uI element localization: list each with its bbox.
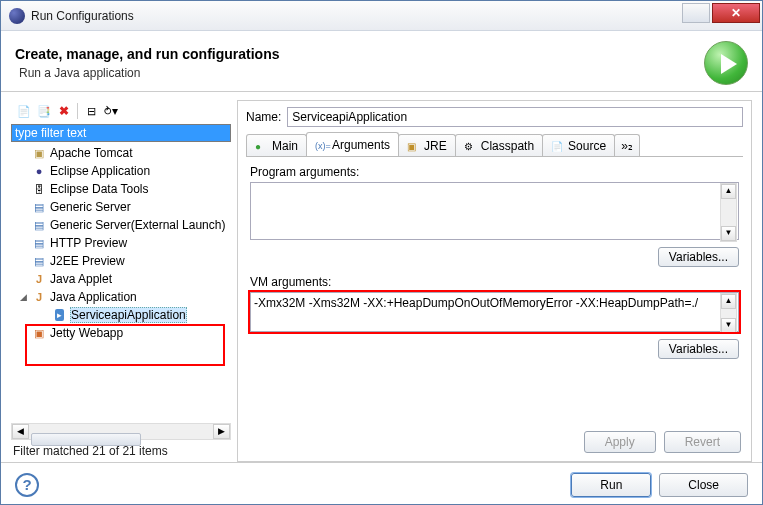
header-subtitle: Run a Java application bbox=[19, 66, 280, 80]
tree-item-generic-server[interactable]: Generic Server bbox=[11, 198, 231, 216]
tree-item-eclipse-data-tools[interactable]: Eclipse Data Tools bbox=[11, 180, 231, 198]
tree-item-serviceapi-application[interactable]: ServiceapiApplication bbox=[11, 306, 231, 324]
tab-overflow[interactable]: »₂ bbox=[614, 134, 640, 156]
name-input[interactable] bbox=[287, 107, 743, 127]
header-title: Create, manage, and run configurations bbox=[15, 46, 280, 62]
scroll-right-button[interactable]: ▶ bbox=[213, 424, 230, 439]
tab-arguments[interactable]: Arguments bbox=[306, 132, 399, 156]
arguments-tab-icon bbox=[315, 138, 329, 152]
apply-button[interactable]: Apply bbox=[584, 431, 656, 453]
minimize-button[interactable] bbox=[682, 3, 710, 23]
tree-item-jetty-webapp[interactable]: Jetty Webapp bbox=[11, 324, 231, 342]
program-args-variables-button[interactable]: Variables... bbox=[658, 247, 739, 267]
program-args-textarea[interactable] bbox=[250, 182, 739, 240]
scroll-left-button[interactable]: ◀ bbox=[12, 424, 29, 439]
vm-args-label: VM arguments: bbox=[250, 275, 739, 289]
duplicate-config-button[interactable] bbox=[35, 102, 53, 120]
server-icon bbox=[31, 253, 47, 269]
close-window-button[interactable]: ✕ bbox=[712, 3, 760, 23]
delete-config-button[interactable] bbox=[55, 102, 73, 120]
tomcat-icon bbox=[31, 145, 47, 161]
tab-source[interactable]: Source bbox=[542, 134, 615, 156]
tree-item-j2ee-preview[interactable]: J2EE Preview bbox=[11, 252, 231, 270]
config-tabs: Main Arguments JRE Classpath Source »₂ bbox=[246, 133, 743, 157]
tree-item-java-applet[interactable]: Java Applet bbox=[11, 270, 231, 288]
run-hero-icon bbox=[704, 41, 748, 85]
jre-tab-icon bbox=[407, 139, 421, 153]
app-icon bbox=[9, 8, 25, 24]
toolbar-separator bbox=[77, 103, 78, 119]
help-button[interactable]: ? bbox=[15, 473, 39, 497]
server-icon bbox=[31, 199, 47, 215]
tree-item-http-preview[interactable]: HTTP Preview bbox=[11, 234, 231, 252]
scroll-thumb[interactable] bbox=[31, 433, 141, 446]
delete-icon bbox=[59, 104, 69, 118]
tree-item-apache-tomcat[interactable]: Apache Tomcat bbox=[11, 144, 231, 162]
config-tree[interactable]: Apache Tomcat Eclipse Application Eclips… bbox=[11, 142, 231, 423]
window-title: Run Configurations bbox=[31, 9, 134, 23]
tab-main[interactable]: Main bbox=[246, 134, 307, 156]
java-icon bbox=[31, 289, 47, 305]
java-icon bbox=[31, 271, 47, 287]
left-panel: ▾ Apache Tomcat Eclipse Application Ecli… bbox=[11, 100, 231, 462]
tab-body-arguments: Program arguments: ▲▼ Variables... VM ar… bbox=[246, 157, 743, 425]
tree-item-generic-server-external[interactable]: Generic Server(External Launch) bbox=[11, 216, 231, 234]
program-args-scrollbar[interactable]: ▲▼ bbox=[720, 183, 737, 242]
title-bar: Run Configurations ✕ bbox=[1, 1, 762, 31]
main-split: ▾ Apache Tomcat Eclipse Application Ecli… bbox=[1, 92, 762, 462]
tab-jre[interactable]: JRE bbox=[398, 134, 456, 156]
main-tab-icon bbox=[255, 139, 269, 153]
vm-args-textarea[interactable] bbox=[250, 292, 739, 332]
filter-menu-button[interactable]: ▾ bbox=[102, 102, 120, 120]
duplicate-icon bbox=[37, 104, 51, 118]
classpath-tab-icon bbox=[464, 139, 478, 153]
tree-item-java-application[interactable]: ◢Java Application bbox=[11, 288, 231, 306]
new-icon bbox=[17, 104, 31, 118]
collapse-icon bbox=[87, 104, 96, 118]
server-icon bbox=[31, 217, 47, 233]
close-button[interactable]: Close bbox=[659, 473, 748, 497]
vm-args-variables-button[interactable]: Variables... bbox=[658, 339, 739, 359]
java-run-icon bbox=[51, 307, 67, 323]
tree-horizontal-scrollbar[interactable]: ◀ ▶ bbox=[11, 423, 231, 440]
jetty-icon bbox=[31, 325, 47, 341]
server-icon bbox=[31, 235, 47, 251]
dialog-footer: ? Run Close bbox=[1, 462, 762, 505]
dialog-header: Create, manage, and run configurations R… bbox=[1, 31, 762, 92]
collapse-all-button[interactable] bbox=[82, 102, 100, 120]
apply-revert-row: Apply Revert bbox=[246, 425, 743, 455]
right-panel: Name: Main Arguments JRE Classpath Sourc… bbox=[237, 100, 752, 462]
program-args-label: Program arguments: bbox=[250, 165, 739, 179]
vm-args-scrollbar[interactable]: ▲▼ bbox=[720, 293, 737, 334]
config-toolbar: ▾ bbox=[11, 100, 231, 124]
tree-item-eclipse-application[interactable]: Eclipse Application bbox=[11, 162, 231, 180]
source-tab-icon bbox=[551, 139, 565, 153]
tab-classpath[interactable]: Classpath bbox=[455, 134, 543, 156]
filter-icon bbox=[104, 104, 112, 118]
eclipse-icon bbox=[31, 163, 47, 179]
revert-button[interactable]: Revert bbox=[664, 431, 741, 453]
name-label: Name: bbox=[246, 110, 281, 124]
run-button[interactable]: Run bbox=[571, 473, 651, 497]
db-icon bbox=[31, 181, 47, 197]
new-config-button[interactable] bbox=[15, 102, 33, 120]
filter-input[interactable] bbox=[11, 124, 231, 142]
